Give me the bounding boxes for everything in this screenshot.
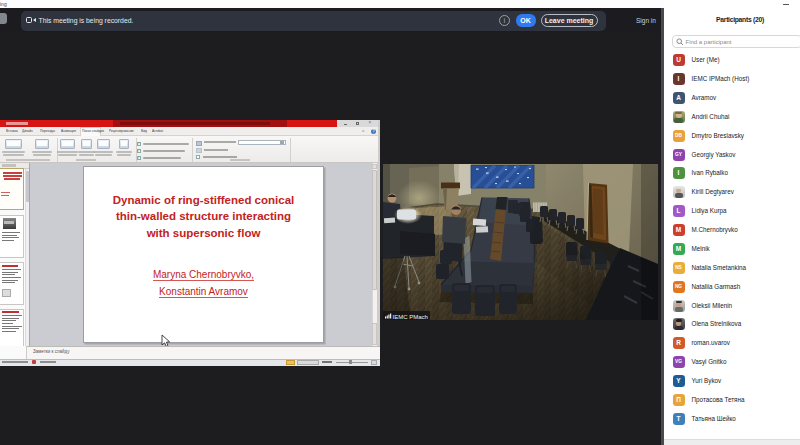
svg-text:IEMC PMach: IEMC PMach — [393, 314, 428, 320]
